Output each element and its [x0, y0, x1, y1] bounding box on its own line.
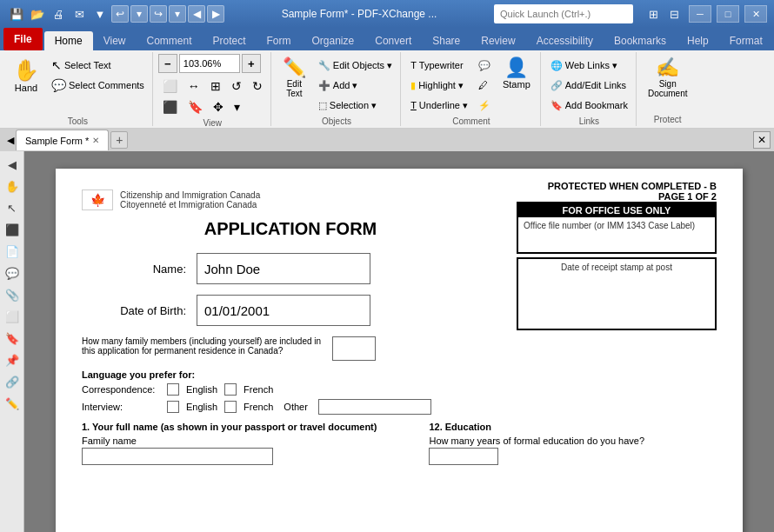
comment-panel-icon[interactable]: 💬	[3, 263, 22, 283]
undo-button[interactable]: ↩	[111, 5, 129, 23]
tab-view[interactable]: View	[93, 31, 137, 50]
hand-icon: ✋	[13, 60, 39, 81]
bookmark-panel-icon[interactable]: 🔖	[3, 329, 22, 348]
select-comments-button[interactable]: 💬 Select Comments	[47, 76, 149, 95]
web-links-dropdown[interactable]: ▾	[612, 60, 617, 71]
rotate-left-button[interactable]: ↺	[227, 76, 246, 96]
edit-objects-button[interactable]: 🔧 Edit Objects ▾	[314, 56, 397, 75]
bookmark-view-button[interactable]: 🔖	[183, 97, 207, 116]
add-label: Add	[333, 80, 350, 90]
add-dropdown[interactable]: ▾	[352, 80, 357, 91]
app-icon-2[interactable]: ⊟	[664, 4, 684, 23]
cursor-panel-icon[interactable]: ↖	[3, 198, 22, 217]
add-bookmark-button[interactable]: 🔖 Add Bookmark	[546, 96, 632, 115]
zoom-out-button[interactable]: −	[158, 54, 177, 73]
select-text-button[interactable]: ↖ Select Text	[47, 56, 149, 75]
tab-protect[interactable]: Protect	[203, 31, 257, 50]
open-icon[interactable]: 📂	[28, 4, 47, 23]
scroll-left-icon[interactable]: ◀	[7, 135, 14, 146]
tab-bookmarks[interactable]: Bookmarks	[604, 31, 677, 50]
layers-panel-icon[interactable]: ⬜	[3, 307, 22, 326]
underline-dropdown[interactable]: ▾	[463, 100, 468, 111]
tab-convert[interactable]: Convert	[364, 31, 422, 50]
french-checkbox-interview[interactable]	[224, 401, 237, 413]
highlight-icon: ▮	[410, 80, 416, 91]
typewriter-button[interactable]: T Typewriter	[406, 56, 472, 75]
family-name-input[interactable]	[82, 448, 273, 465]
english-checkbox-interview[interactable]	[167, 401, 179, 413]
tab-help[interactable]: Help	[677, 31, 719, 50]
web-links-button[interactable]: 🌐 Web Links ▾	[546, 56, 632, 75]
dob-input[interactable]	[197, 295, 370, 326]
tab-home[interactable]: Home	[44, 31, 93, 50]
add-edit-links-button[interactable]: 🔗 Add/Edit Links	[546, 76, 632, 95]
add-button[interactable]: ➕ Add ▾	[314, 76, 397, 95]
comment-col2: 💬 🖊 ⚡	[474, 54, 495, 115]
underline-button[interactable]: T Underline ▾	[406, 96, 472, 115]
note-icon-btn[interactable]: 💬	[474, 56, 495, 75]
minimize-button[interactable]: ─	[689, 5, 711, 23]
selection-dropdown[interactable]: ▾	[371, 100, 377, 111]
pan-button[interactable]: ✥	[209, 97, 228, 116]
rotate-right-button[interactable]: ↻	[248, 76, 267, 96]
back-button[interactable]: ◀	[188, 5, 205, 23]
document-canvas[interactable]: PROTECTED WHEN COMPLETED - B PAGE 1 OF 2…	[24, 151, 774, 532]
hand-button[interactable]: ✋ Hand	[7, 56, 45, 115]
tab-share[interactable]: Share	[422, 31, 470, 50]
tab-file[interactable]: File	[3, 28, 43, 50]
collapse-icon[interactable]: ◀	[3, 155, 22, 174]
edit-objects-dropdown[interactable]: ▾	[387, 60, 392, 71]
english-checkbox-correspondence[interactable]	[167, 383, 179, 396]
selection-button[interactable]: ⬚ Selection ▾	[314, 96, 397, 115]
view-dropdown[interactable]: ▾	[230, 97, 244, 116]
tab-organize[interactable]: Organize	[302, 31, 365, 50]
tab-accessibility[interactable]: Accessibility	[526, 31, 604, 50]
toolbar-dropdown[interactable]: ▼	[90, 4, 110, 23]
french-checkbox-correspondence[interactable]	[224, 383, 237, 396]
markup-icon-btn[interactable]: 🖊	[474, 76, 495, 95]
fit-width-button[interactable]: ↔	[183, 76, 204, 96]
redline-icon-btn[interactable]: ⚡	[474, 96, 495, 115]
thumbnail-view-button[interactable]: ⬛	[158, 97, 182, 116]
pin-panel-icon[interactable]: 📌	[3, 350, 22, 369]
family-members-input[interactable]	[332, 336, 376, 361]
app-icon-1[interactable]: ⊞	[644, 4, 663, 23]
tab-review[interactable]: Review	[470, 31, 525, 50]
tab-close-button[interactable]: ✕	[92, 136, 99, 145]
fit-page-button[interactable]: ⬜	[158, 76, 182, 96]
thumbnail-panel-icon[interactable]: ⬛	[3, 220, 22, 239]
edit-text-button[interactable]: ✏️ EditText	[277, 54, 312, 113]
redo-dropdown[interactable]: ▾	[169, 5, 186, 23]
maximize-button[interactable]: □	[717, 5, 739, 23]
zoom-in-button[interactable]: +	[242, 54, 261, 73]
page-panel-icon[interactable]: 📄	[3, 242, 22, 261]
sign-document-button[interactable]: ✍ SignDocument	[642, 54, 694, 113]
hand-panel-icon[interactable]: ✋	[3, 176, 22, 196]
view-mode-button[interactable]: ⊞	[206, 76, 225, 96]
email-icon[interactable]: ✉	[70, 4, 89, 23]
education-input[interactable]	[429, 448, 498, 465]
close-all-button[interactable]: ✕	[753, 131, 771, 149]
name-input[interactable]	[197, 253, 370, 284]
forward-button[interactable]: ▶	[207, 5, 224, 23]
stamp-button[interactable]: 👤 Stamp	[497, 54, 537, 113]
highlight-dropdown[interactable]: ▾	[458, 80, 464, 91]
tab-form[interactable]: Form	[257, 31, 302, 50]
close-button[interactable]: ✕	[744, 5, 767, 23]
tab-format[interactable]: Format	[719, 31, 773, 50]
print-icon[interactable]: 🖨	[49, 4, 68, 23]
save-icon[interactable]: 💾	[7, 4, 26, 23]
undo-dropdown[interactable]: ▾	[130, 5, 148, 23]
link-panel-icon[interactable]: 🔗	[3, 372, 22, 391]
attach-panel-icon[interactable]: 📎	[3, 285, 22, 304]
tools-group-label: Tools	[68, 115, 88, 126]
redo-button[interactable]: ↪	[150, 5, 167, 23]
new-tab-button[interactable]: +	[110, 131, 128, 149]
tab-comment[interactable]: Comment	[136, 31, 202, 50]
other-input[interactable]	[318, 399, 431, 415]
pencil-panel-icon[interactable]: ✏️	[3, 394, 22, 413]
highlight-button[interactable]: ▮ Highlight ▾	[406, 76, 472, 95]
quick-launch-input[interactable]	[494, 4, 633, 23]
document-tab[interactable]: Sample Form * ✕	[16, 130, 109, 150]
zoom-input[interactable]	[179, 54, 240, 73]
